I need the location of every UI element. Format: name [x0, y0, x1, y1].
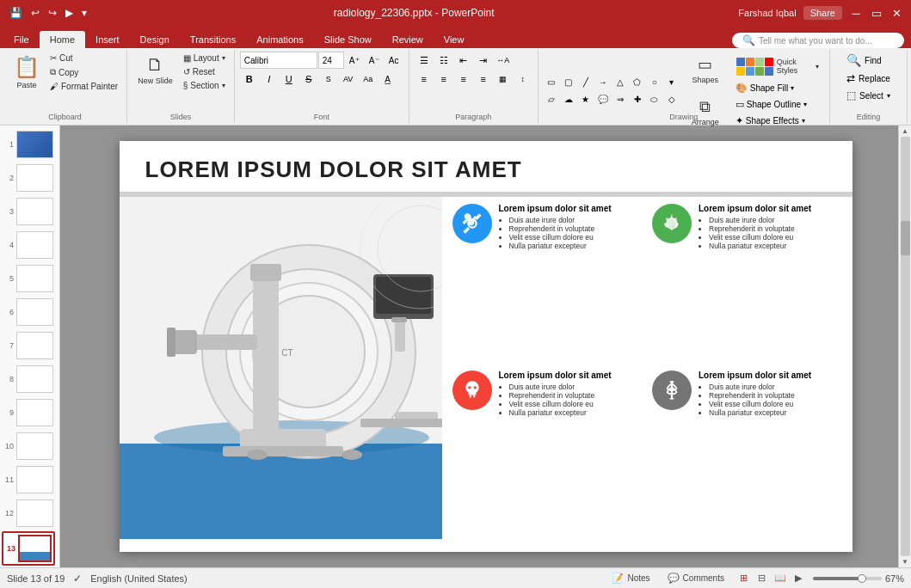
tab-review[interactable]: Review	[382, 31, 434, 48]
customize-icon[interactable]: ▾	[79, 5, 89, 21]
italic-button[interactable]: I	[260, 70, 279, 88]
present-icon[interactable]: ▶	[63, 5, 76, 21]
tab-transitions[interactable]: Transitions	[180, 31, 246, 48]
underline-button[interactable]: U	[280, 70, 299, 88]
save-icon[interactable]: 💾	[7, 5, 25, 21]
scroll-down-arrow[interactable]: ▼	[902, 558, 908, 566]
shape-line[interactable]: ╱	[578, 75, 594, 90]
slide-thumb-11[interactable]: 11	[2, 464, 55, 495]
paste-button[interactable]: 📋 Paste	[9, 52, 45, 93]
slide-thumb-9[interactable]: 9	[2, 397, 55, 428]
font-family-dropdown[interactable]: Calibri	[240, 52, 317, 69]
change-case-button[interactable]: Aa	[359, 70, 378, 88]
tab-view[interactable]: View	[434, 31, 475, 48]
numbering-button[interactable]: ☷	[434, 52, 453, 69]
increase-indent-button[interactable]: ⇥	[474, 52, 493, 69]
shape-callout[interactable]: 💬	[595, 92, 611, 107]
shape-star[interactable]: ★	[578, 92, 594, 107]
shape-parallelogram[interactable]: ▱	[544, 92, 559, 107]
align-center-button[interactable]: ≡	[434, 70, 453, 88]
shape-cloud[interactable]: ☁	[561, 92, 576, 107]
tab-animations[interactable]: Animations	[246, 31, 313, 48]
slide-thumb-8[interactable]: 8	[2, 364, 55, 395]
reading-view-button[interactable]: 📖	[773, 571, 788, 586]
align-left-button[interactable]: ≡	[415, 70, 434, 88]
restore-button[interactable]: ▭	[870, 6, 883, 20]
shape-triangle[interactable]: △	[612, 75, 628, 90]
shape-arrow[interactable]: →	[595, 75, 611, 90]
format-painter-button[interactable]: 🖌 Format Painter	[46, 80, 121, 93]
scroll-up-arrow[interactable]: ▲	[902, 127, 908, 135]
copy-button[interactable]: ⧉ Copy	[46, 65, 121, 79]
cut-button[interactable]: ✂ Cut	[46, 52, 121, 64]
char-spacing-button[interactable]: AV	[339, 70, 358, 88]
shape-cross[interactable]: ✚	[630, 92, 645, 107]
shape-circle[interactable]: ○	[647, 75, 662, 90]
search-box[interactable]: 🔍 Tell me what you want to do...	[732, 33, 904, 48]
zoom-thumb[interactable]	[858, 574, 866, 583]
undo-icon[interactable]: ↩	[28, 5, 42, 21]
slide-thumb-10[interactable]: 10	[2, 431, 55, 462]
align-right-button[interactable]: ≡	[454, 70, 473, 88]
slide-thumb-3[interactable]: 3	[2, 196, 55, 227]
slide-thumb-6[interactable]: 6	[2, 297, 55, 328]
shapes-more[interactable]: ▾	[664, 75, 680, 90]
shape-fill-button[interactable]: 🎨 Shape Fill ▾	[731, 81, 824, 95]
tab-design[interactable]: Design	[130, 31, 180, 48]
shape-rect[interactable]: ▭	[544, 75, 559, 90]
clear-formatting-button[interactable]: Ac	[385, 52, 403, 69]
replace-button[interactable]: ⇄ Replace	[841, 70, 896, 86]
slide-canvas[interactable]: LOREM IPSUM DOLOR SIT AMET	[120, 141, 853, 552]
text-direction-button[interactable]: ↔A	[494, 52, 513, 69]
slide-thumb-2[interactable]: 2	[2, 162, 55, 193]
close-button[interactable]: ✕	[890, 6, 904, 20]
tab-file[interactable]: File	[3, 31, 40, 48]
slide-thumb-1[interactable]: 1	[2, 129, 55, 160]
shape-flowchart[interactable]: ◇	[664, 92, 680, 107]
section-button[interactable]: § Section ▾	[180, 79, 229, 92]
slide-thumb-13[interactable]: 13	[2, 531, 55, 566]
quick-styles-button[interactable]: Quick Styles ▾	[731, 54, 824, 79]
slideshow-button[interactable]: ▶	[791, 571, 806, 586]
slide-thumb-5[interactable]: 5	[2, 263, 55, 294]
select-button[interactable]: ⬚ Select ▾	[841, 88, 896, 103]
tab-slideshow[interactable]: Slide Show	[314, 31, 382, 48]
slide-thumb-7[interactable]: 7	[2, 330, 55, 361]
redo-icon[interactable]: ↪	[46, 5, 59, 21]
bold-button[interactable]: B	[240, 70, 259, 88]
share-button[interactable]: Share	[803, 6, 842, 20]
shape-pentagon[interactable]: ⬠	[630, 75, 645, 90]
decrease-indent-button[interactable]: ⇤	[454, 52, 473, 69]
find-button[interactable]: 🔍 Find	[841, 52, 886, 69]
shapes-button[interactable]: ▭ Shapes	[686, 52, 724, 88]
font-size-dropdown[interactable]: 24	[318, 52, 344, 69]
justify-button[interactable]: ≡	[474, 70, 493, 88]
shapes-row-2: ▱ ☁ ★ 💬 ⇒ ✚ ⬭ ◇	[544, 92, 680, 107]
layout-button[interactable]: ▦ Layout ▾	[180, 52, 229, 64]
new-slide-button[interactable]: 🗋 New Slide	[132, 52, 178, 89]
normal-view-button[interactable]: ⊞	[736, 571, 752, 586]
font-color-button[interactable]: A	[379, 70, 397, 88]
scroll-thumb[interactable]	[901, 221, 910, 255]
slide-thumb-12[interactable]: 12	[2, 498, 55, 529]
slide-thumb-4[interactable]: 4	[2, 230, 55, 260]
tab-home[interactable]: Home	[40, 31, 85, 48]
font-size-up-button[interactable]: A⁺	[345, 52, 364, 69]
line-spacing-button[interactable]: ↕	[514, 70, 532, 88]
bullets-button[interactable]: ☰	[415, 52, 434, 69]
tab-insert[interactable]: Insert	[85, 31, 130, 48]
minimize-button[interactable]: ─	[849, 6, 863, 20]
comments-button[interactable]: 💬 Comments	[662, 571, 729, 585]
shadow-button[interactable]: S	[319, 70, 338, 88]
strikethrough-button[interactable]: S	[299, 70, 318, 88]
reset-button[interactable]: ↺ Reset	[180, 65, 229, 78]
shape-block-arrow[interactable]: ⇒	[612, 92, 628, 107]
font-size-down-button[interactable]: A⁻	[365, 52, 384, 69]
shape-outline-button[interactable]: ▭ Shape Outline ▾	[731, 97, 824, 112]
slide-sorter-button[interactable]: ⊟	[754, 571, 770, 586]
notes-button[interactable]: 📝 Notes	[606, 571, 655, 585]
zoom-slider[interactable]	[813, 577, 882, 580]
shape-cylinder[interactable]: ⬭	[647, 92, 662, 107]
columns-button[interactable]: ▦	[494, 70, 513, 88]
shape-rounded[interactable]: ▢	[561, 75, 576, 90]
